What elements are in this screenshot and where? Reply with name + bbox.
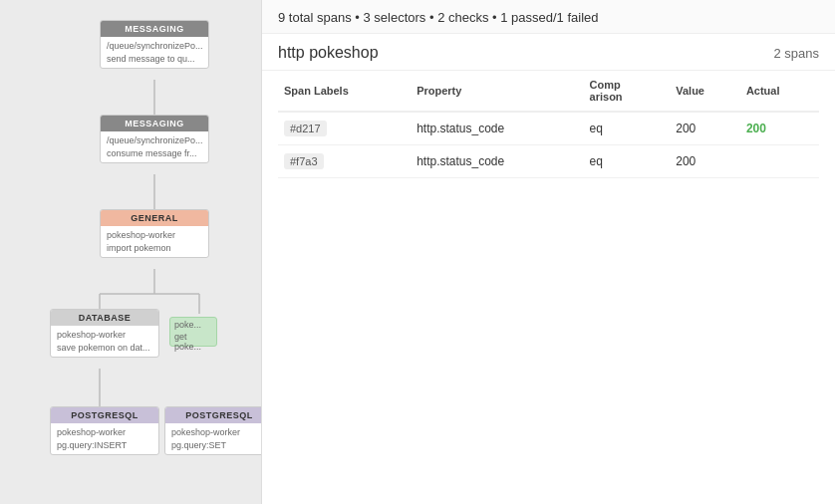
postgresql-node-1-header: POSTGRESQL bbox=[51, 407, 158, 423]
cell-value-1: 200 bbox=[670, 112, 740, 145]
database-node[interactable]: DATABASE pokeshop-worker save pokemon on… bbox=[50, 309, 159, 358]
cell-actual-1: 200 bbox=[740, 112, 819, 145]
postgresql-node-2[interactable]: POSTGRESQL pokeshop-worker pg.query:SET bbox=[164, 406, 274, 455]
section-title: http pokeshop bbox=[278, 44, 379, 62]
col-actual: Actual bbox=[740, 71, 819, 112]
table-container: Span Labels Property Comparison Value Ac… bbox=[262, 71, 835, 178]
table-header: Span Labels Property Comparison Value Ac… bbox=[278, 71, 819, 112]
span-label-badge-1[interactable]: #d217 bbox=[284, 121, 327, 136]
database-node-body: pokeshop-worker save pokemon on dat... bbox=[51, 326, 158, 357]
general-node-body: pokeshop-worker import pokemon bbox=[101, 226, 208, 257]
section-header: http pokeshop 2 spans bbox=[262, 34, 835, 71]
green-node[interactable]: poke... get poke... bbox=[169, 317, 217, 347]
postgresql-node-2-header: POSTGRESQL bbox=[165, 407, 273, 423]
messaging-node-1[interactable]: MESSAGING /queue/synchronizePo... send m… bbox=[100, 20, 209, 69]
cell-property-2: http.status_code bbox=[411, 145, 583, 178]
cell-property-1: http.status_code bbox=[411, 112, 583, 145]
table-row: #f7a3 http.status_code eq 200 bbox=[278, 145, 819, 178]
span-count: 2 spans bbox=[773, 46, 819, 61]
main-container: MESSAGING /queue/synchronizePo... send m… bbox=[0, 0, 835, 504]
cell-value-2: 200 bbox=[670, 145, 740, 178]
general-node[interactable]: GENERAL pokeshop-worker import pokemon bbox=[100, 209, 209, 258]
cell-label-1: #d217 bbox=[278, 112, 411, 145]
messaging-node-1-body: /queue/synchronizePo... send message to … bbox=[101, 37, 208, 68]
actual-value-green: 200 bbox=[746, 122, 766, 135]
postgresql-node-1[interactable]: POSTGRESQL pokeshop-worker pg.query:INSE… bbox=[50, 406, 159, 455]
general-node-header: GENERAL bbox=[101, 210, 208, 226]
col-comparison: Comparison bbox=[584, 71, 671, 112]
summary-bar: 9 total spans • 3 selectors • 2 checks •… bbox=[262, 0, 835, 34]
col-span-labels: Span Labels bbox=[278, 71, 411, 112]
table-row: #d217 http.status_code eq 200 200 bbox=[278, 112, 819, 145]
flow-diagram: MESSAGING /queue/synchronizePo... send m… bbox=[0, 0, 269, 504]
cell-actual-2 bbox=[740, 145, 819, 178]
messaging-node-2[interactable]: MESSAGING /queue/synchronizePo... consum… bbox=[100, 115, 209, 163]
messaging-node-2-body: /queue/synchronizePo... consume message … bbox=[101, 131, 208, 162]
checks-table: Span Labels Property Comparison Value Ac… bbox=[278, 71, 819, 178]
col-value: Value bbox=[670, 71, 740, 112]
postgresql-node-1-body: pokeshop-worker pg.query:INSERT bbox=[51, 423, 158, 454]
cell-comparison-1: eq bbox=[584, 112, 671, 145]
messaging-node-1-header: MESSAGING bbox=[101, 21, 208, 37]
summary-text: 9 total spans • 3 selectors • 2 checks •… bbox=[278, 10, 599, 25]
span-label-badge-2[interactable]: #f7a3 bbox=[284, 153, 324, 169]
right-panel: 9 total spans • 3 selectors • 2 checks •… bbox=[261, 0, 835, 504]
cell-label-2: #f7a3 bbox=[278, 145, 411, 178]
col-property: Property bbox=[411, 71, 583, 112]
postgresql-node-2-body: pokeshop-worker pg.query:SET bbox=[165, 423, 273, 454]
table-body: #d217 http.status_code eq 200 200 #f7a3 bbox=[278, 112, 819, 178]
messaging-node-2-header: MESSAGING bbox=[101, 116, 208, 131]
cell-comparison-2: eq bbox=[584, 145, 671, 178]
database-node-header: DATABASE bbox=[51, 310, 158, 326]
